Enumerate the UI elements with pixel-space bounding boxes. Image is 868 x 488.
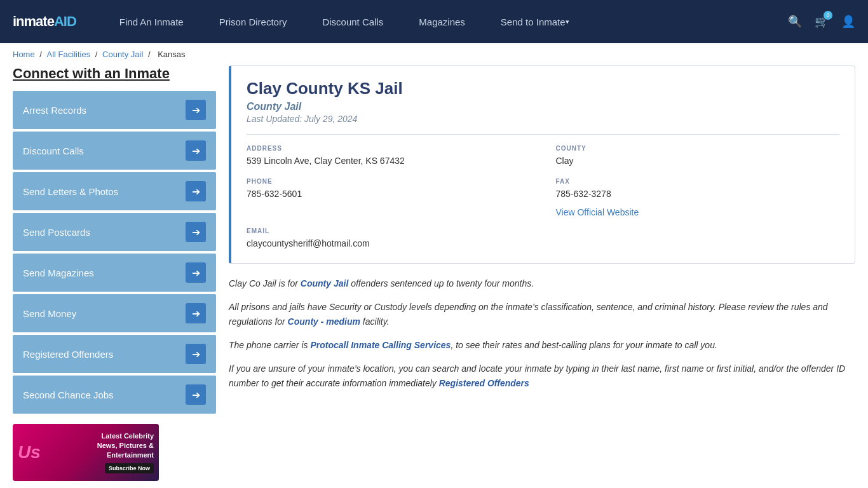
phone-section: PHONE 785-632-5601 (247, 178, 531, 217)
logo[interactable]: inmateAID (13, 13, 76, 30)
facility-info-grid: ADDRESS 539 Lincoln Ave, Clay Center, KS… (247, 134, 839, 250)
fax-section: FAX 785-632-3278 View Official Website (556, 178, 840, 217)
sidebar-item-send-magazines[interactable]: Send Magazines ➔ (13, 254, 216, 292)
sidebar-item-send-postcards[interactable]: Send Postcards ➔ (13, 213, 216, 251)
address-value: 539 Lincoln Ave, Clay Center, KS 67432 (247, 154, 531, 168)
sidebar: Connect with an Inmate Arrest Records ➔ … (13, 65, 216, 481)
cart-badge-count: 0 (824, 11, 832, 20)
breadcrumb-county-jail[interactable]: County Jail (102, 50, 143, 59)
sidebar-item-send-letters[interactable]: Send Letters & Photos ➔ (13, 172, 216, 210)
advertisement[interactable]: Us Latest Celebrity News, Pictures & Ent… (13, 424, 159, 481)
arrow-icon: ➔ (186, 140, 206, 161)
desc-para4: If you are unsure of your inmate’s locat… (229, 362, 855, 391)
arrow-icon: ➔ (186, 181, 206, 201)
sidebar-item-send-money[interactable]: Send Money ➔ (13, 294, 216, 332)
nav-right-icons: 🔍 🛒 0 👤 (788, 15, 855, 29)
email-section: EMAIL claycountysheriff@hotmail.com (247, 227, 531, 250)
sidebar-item-discount-calls[interactable]: Discount Calls ➔ (13, 132, 216, 170)
phone-label: PHONE (247, 178, 531, 185)
ad-logo: Us (18, 442, 41, 463)
sidebar-item-arrest-records[interactable]: Arrest Records ➔ (13, 91, 216, 129)
nav-find-inmate[interactable]: Find An Inmate (102, 0, 201, 43)
description-section: Clay Co Jail is for County Jail offender… (229, 276, 855, 391)
facility-name: Clay County KS Jail (247, 79, 839, 98)
sidebar-item-second-chance-jobs[interactable]: Second Chance Jobs ➔ (13, 376, 216, 414)
nav-send-to-inmate[interactable]: Send to Inmate (483, 0, 587, 43)
phone-carrier-link[interactable]: Protocall Inmate Calling Services (310, 340, 451, 350)
ad-text: Latest Celebrity News, Pictures & Entert… (97, 431, 154, 474)
facility-updated: Last Updated: July 29, 2024 (247, 114, 839, 124)
nav-magazines[interactable]: Magazines (401, 0, 483, 43)
arrow-icon: ➔ (186, 222, 206, 242)
fax-value: 785-632-3278 (556, 187, 840, 201)
arrow-icon: ➔ (186, 384, 206, 405)
sidebar-title: Connect with an Inmate (13, 65, 216, 82)
website-link[interactable]: View Official Website (556, 207, 840, 217)
facility-card: Clay County KS Jail County Jail Last Upd… (229, 65, 855, 264)
phone-value: 785-632-5601 (247, 187, 531, 201)
search-icon[interactable]: 🔍 (788, 15, 802, 29)
arrow-icon: ➔ (186, 303, 206, 323)
registered-offenders-link[interactable]: Registered Offenders (439, 378, 529, 388)
county-label: COUNTY (556, 145, 840, 152)
address-label: ADDRESS (247, 145, 531, 152)
breadcrumb-state: Kansas (158, 50, 185, 59)
sidebar-item-registered-offenders[interactable]: Registered Offenders ➔ (13, 335, 216, 373)
breadcrumb-home[interactable]: Home (13, 50, 35, 59)
facility-type: County Jail (247, 101, 839, 112)
county-medium-link[interactable]: County - medium (288, 316, 360, 327)
desc-para1: Clay Co Jail is for County Jail offender… (229, 276, 855, 291)
arrow-icon: ➔ (186, 344, 206, 364)
main-container: Connect with an Inmate Arrest Records ➔ … (0, 65, 868, 488)
breadcrumb: Home / All Facilities / County Jail / Ka… (0, 43, 868, 65)
breadcrumb-all-facilities[interactable]: All Facilities (47, 50, 91, 59)
nav-discount-calls[interactable]: Discount Calls (304, 0, 401, 43)
arrow-icon: ➔ (186, 100, 206, 120)
fax-label: FAX (556, 178, 840, 185)
user-icon[interactable]: 👤 (841, 15, 855, 29)
address-section: ADDRESS 539 Lincoln Ave, Clay Center, KS… (247, 145, 531, 168)
cart-icon[interactable]: 🛒 0 (815, 15, 829, 29)
desc-para2: All prisons and jails have Security or C… (229, 300, 855, 329)
sidebar-menu: Arrest Records ➔ Discount Calls ➔ Send L… (13, 91, 216, 414)
county-value: Clay (556, 154, 840, 168)
desc-para3: The phone carrier is Protocall Inmate Ca… (229, 338, 855, 353)
email-value: claycountysheriff@hotmail.com (247, 237, 531, 250)
email-label: EMAIL (247, 227, 531, 234)
county-jail-link[interactable]: County Jail (301, 278, 348, 288)
main-content: Clay County KS Jail County Jail Last Upd… (229, 65, 855, 481)
arrow-icon: ➔ (186, 262, 206, 283)
main-nav: Find An Inmate Prison Directory Discount… (102, 0, 788, 43)
county-section: COUNTY Clay (556, 145, 840, 168)
nav-prison-directory[interactable]: Prison Directory (201, 0, 305, 43)
